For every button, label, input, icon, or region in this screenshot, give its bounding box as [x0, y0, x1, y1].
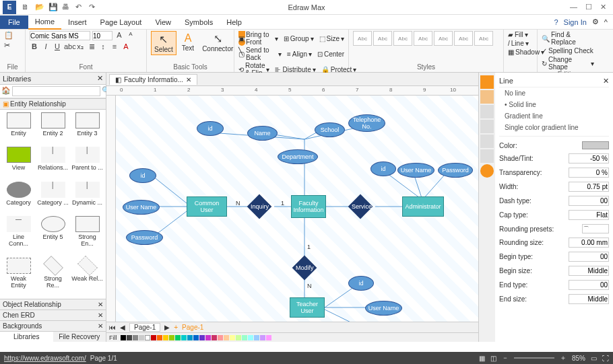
entity-common-user[interactable]: Common User — [187, 196, 227, 217]
prop-tab-fill-icon[interactable] — [480, 90, 494, 104]
minimize-icon[interactable]: — — [570, 3, 577, 11]
page-nav-prev-icon[interactable]: ◀ — [120, 324, 125, 331]
cat-backgrounds[interactable]: Backgrounds✕ — [0, 320, 106, 331]
style-gallery[interactable]: Abc Abc Abc Abc Abc Abc Abc — [353, 31, 493, 46]
shade-input[interactable] — [569, 153, 609, 163]
maximize-icon[interactable]: ☐ — [585, 3, 592, 11]
line-type-gradient[interactable]: Gradient line — [499, 110, 609, 122]
color-swatch[interactable] — [181, 335, 187, 340]
rounding-preset-select[interactable]: ⌒ — [582, 224, 609, 233]
align-button[interactable]: ≡ Align ▾ — [287, 46, 312, 61]
bold-icon[interactable]: B — [30, 42, 39, 52]
shape-entity[interactable]: Entity — [3, 112, 34, 144]
color-swatch[interactable] — [139, 335, 144, 340]
attr-telephone[interactable]: Telephone No. — [348, 114, 385, 132]
status-full-icon[interactable]: ⛶ — [602, 355, 609, 362]
document-tab[interactable]: ◧ Faculty Informatio... ✕ — [109, 74, 197, 85]
prop-tab-text-icon[interactable] — [480, 120, 494, 133]
shape-parent[interactable]: │Parent to ... — [71, 147, 103, 178]
group-button[interactable]: ⊞ Group ▾ — [284, 31, 314, 46]
page-tab[interactable]: Page-1 — [129, 323, 160, 332]
color-swatch[interactable] — [175, 335, 181, 340]
libraries-close-icon[interactable]: ✕ — [97, 74, 103, 83]
color-swatch[interactable] — [254, 335, 259, 340]
page-nav-first-icon[interactable]: ⏮ — [109, 324, 116, 331]
shape-view[interactable]: View — [3, 147, 34, 178]
text-tool[interactable]: A Text — [179, 31, 197, 53]
attr-admin-username[interactable]: User Name — [397, 163, 434, 178]
color-swatch[interactable] — [230, 335, 235, 340]
color-swatch[interactable] — [151, 335, 156, 340]
rel-inquiry[interactable]: Inquiry — [247, 194, 272, 219]
status-view1-icon[interactable]: ▦ — [479, 355, 485, 362]
cat-object-relationship[interactable]: Object Relationship✕ — [0, 299, 106, 310]
rel-service[interactable]: Service — [348, 194, 373, 219]
help-icon[interactable]: ? — [554, 18, 558, 26]
prop-tab-shadow-icon[interactable] — [480, 105, 494, 118]
shape-entity2[interactable]: Entity 2 — [37, 112, 69, 144]
file-menu[interactable]: File — [0, 15, 28, 29]
color-swatch[interactable] — [193, 335, 199, 340]
attr-username[interactable]: User Name — [123, 200, 160, 215]
paste-icon[interactable]: 📋 — [4, 31, 13, 40]
align-icon[interactable]: ≡ — [110, 42, 119, 52]
spacing-icon[interactable]: ↕ — [98, 42, 108, 52]
subscript-icon[interactable]: x₂ — [75, 42, 85, 52]
prop-tab-layout-icon[interactable] — [480, 135, 494, 148]
status-url[interactable]: https://www.edrawsoft.com/ — [4, 355, 86, 362]
attr-teacher-id[interactable]: id — [348, 276, 374, 291]
transparency-input[interactable] — [569, 168, 609, 178]
entity-faculty[interactable]: Faculty Information — [291, 195, 326, 218]
begin-type-select[interactable] — [569, 252, 609, 262]
shape-relations[interactable]: │Relations... — [37, 147, 69, 178]
connector-tool[interactable]: ⤡ Connector — [199, 31, 236, 54]
attr-fac-id[interactable]: id — [197, 121, 224, 136]
zoom-slider[interactable] — [514, 357, 554, 359]
status-fit-icon[interactable]: ▭ — [591, 355, 597, 362]
prop-tab-help-icon[interactable] — [480, 164, 494, 178]
entity-teacher[interactable]: Teacher User — [290, 297, 325, 318]
attr-admin-password[interactable]: Password — [438, 163, 473, 178]
tab-page-layout[interactable]: Page Layout — [94, 15, 149, 29]
color-swatch[interactable] — [236, 335, 241, 340]
color-swatch[interactable] — [163, 335, 168, 340]
font-shrink-icon[interactable]: A — [126, 31, 135, 40]
size-button[interactable]: ⬚ Size ▾ — [319, 31, 344, 46]
qat-redo-icon[interactable]: ↷ — [89, 3, 98, 12]
begin-size-select[interactable] — [569, 266, 609, 276]
italic-icon[interactable]: I — [41, 42, 51, 52]
shape-strongen[interactable]: Strong En... — [71, 216, 103, 254]
attr-teacher-username[interactable]: User Name — [365, 301, 402, 316]
qat-new-icon[interactable]: 🗎 — [22, 3, 31, 12]
bring-to-front-button[interactable]: ▣ Bring to Front ▾ — [238, 31, 278, 46]
zoom-out-icon[interactable]: － — [502, 353, 509, 363]
color-swatch[interactable] — [224, 335, 229, 340]
panel-tab-file-recovery[interactable]: File Recovery — [53, 332, 106, 342]
spelling-button[interactable]: ✓ Spelling Check — [542, 47, 593, 54]
send-to-back-button[interactable]: ▢ Send to Back ▾ — [238, 46, 282, 61]
cat-chen-erd[interactable]: Chen ERD✕ — [0, 310, 106, 320]
qat-save-icon[interactable]: 💾 — [49, 3, 58, 12]
line-style-button[interactable]: / Line ▾ — [508, 40, 529, 47]
entity-admin[interactable]: Administrator — [402, 196, 444, 217]
color-swatch[interactable] — [169, 335, 174, 340]
font-color-icon[interactable]: A — [121, 42, 131, 52]
center-button[interactable]: ⊡ Center — [317, 46, 344, 61]
color-swatch[interactable] — [260, 335, 265, 340]
font-name-select[interactable] — [30, 31, 90, 40]
color-swatch[interactable] — [242, 335, 247, 340]
shape-dynamic[interactable]: │Dynamic ... — [71, 182, 103, 213]
cap-select[interactable] — [569, 210, 609, 220]
underline-icon[interactable]: U — [53, 42, 62, 52]
doc-tab-close-icon[interactable]: ✕ — [186, 76, 191, 83]
sign-in-link[interactable]: Sign In — [564, 18, 587, 26]
prop-tab-info-icon[interactable] — [480, 149, 494, 163]
qat-open-icon[interactable]: 📂 — [35, 3, 44, 12]
shape-strongrel[interactable]: Strong Re... — [37, 258, 69, 296]
color-picker[interactable] — [582, 141, 609, 149]
shape-entity5[interactable]: Entity 5 — [37, 216, 69, 254]
end-size-select[interactable] — [569, 294, 609, 304]
shape-weakentity[interactable]: Weak Entity — [3, 258, 34, 296]
color-swatch[interactable] — [145, 335, 150, 340]
change-shape-button[interactable]: ↻ Change Shape ▾ — [542, 56, 594, 71]
